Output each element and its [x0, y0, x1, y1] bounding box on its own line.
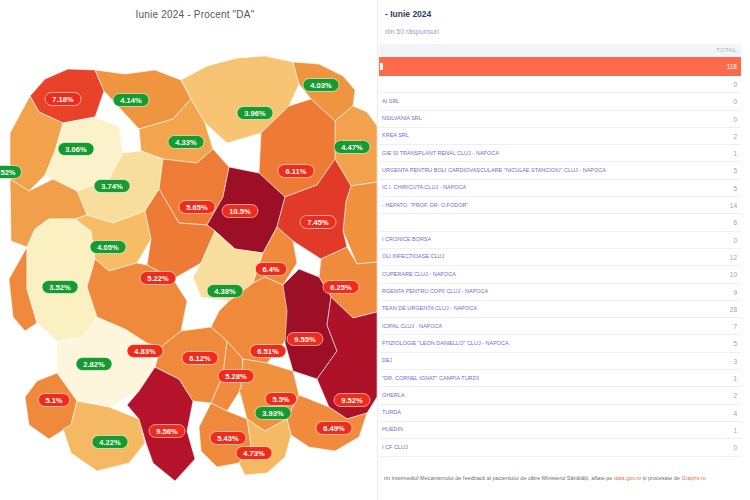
badge-5.65%: 5.65% — [179, 201, 215, 214]
table-row: OLI INFECTIOASE CLUJ12 — [379, 249, 741, 266]
badge-6.12%: 6.12% — [182, 352, 218, 365]
table-row: URGENTA PENTRU BOLI CARDIOVASCULARE "NIC… — [379, 162, 741, 179]
table-row: CUPERARE CLUJ - NAPOCA10 — [379, 266, 741, 283]
table-row: GIE SI TRANSPLANT RENAL CLUJ - NAPOCA1 — [379, 145, 741, 162]
hospital-link[interactable]: "DR. CORNEL IGNAT" CAMPIA TURZII — [382, 375, 479, 381]
badge-7.45%: 7.45% — [300, 216, 336, 229]
badge-label: 7.45% — [307, 218, 329, 227]
hospital-link[interactable]: ICIPAL CLUJ - NAPOCA — [382, 323, 442, 329]
table-row: DEJ3 — [379, 353, 741, 370]
badge-label: 6.49% — [323, 424, 345, 433]
badge-label: 3.93% — [262, 409, 284, 418]
hospital-link[interactable]: TEAN DE URGENTA CLUJ - NAPOCA — [382, 305, 477, 311]
row-total: 7 — [733, 323, 737, 330]
hospital-link[interactable]: CUPERARE CLUJ - NAPOCA — [382, 271, 456, 277]
hospital-link[interactable]: I CRONICE BORSA — [382, 236, 431, 242]
hospital-link[interactable]: RGENTA PENTRU COPII CLUJ - NAPOCA — [382, 288, 488, 294]
row-total: 5 — [733, 167, 737, 174]
badge-5.28%: 5.28% — [218, 370, 254, 383]
hospital-link[interactable]: - HEPATO. "PROF. DR. O.FODOR" — [382, 202, 468, 208]
hospital-link[interactable]: AI SRL — [382, 98, 399, 104]
hospital-link[interactable]: GHERLA — [382, 392, 405, 398]
badge-label: 5.22% — [147, 274, 169, 283]
badge-label: 2.82% — [83, 360, 105, 369]
report-panel: - Iunie 2024 din 50 răspunsuri TOTAL 118… — [377, 0, 750, 500]
badge-5.5%: 5.5% — [265, 393, 296, 406]
row-total: 4 — [733, 410, 737, 417]
hospital-link[interactable]: DEJ — [382, 357, 392, 363]
badge-4.22%: 4.22% — [92, 436, 128, 449]
county-arad[interactable] — [27, 219, 97, 341]
hospital-link[interactable]: KREA SRL — [382, 132, 409, 138]
table-row: TEAN DE URGENTA CLUJ - NAPOCA28 — [379, 301, 741, 318]
row-total: 14 — [730, 202, 737, 209]
badge-6.11%: 6.11% — [278, 165, 314, 178]
badge-label: 4.05% — [97, 243, 119, 252]
row-total: 1 — [733, 375, 737, 382]
badge-3.52%: 3.52% — [42, 281, 78, 294]
hospital-link[interactable]: URGENTA PENTRU BOLI CARDIOVASCULARE "NIC… — [382, 167, 606, 173]
table-row: ICIPAL CLUJ - NAPOCA7 — [379, 318, 741, 335]
badge-6.25%: 6.25% — [323, 281, 359, 294]
table-row: 6 — [379, 214, 741, 231]
table-row: "DR. CORNEL IGNAT" CAMPIA TURZII1 — [379, 370, 741, 387]
table-row: I CF CLUJ0 — [379, 439, 741, 456]
badge-label: 4.03% — [310, 81, 332, 90]
badge-52%: 52% — [0, 166, 21, 179]
graphs-link[interactable]: Graphs.ro — [681, 475, 705, 481]
badge-label: 52% — [0, 168, 15, 177]
row-total: 10 — [730, 271, 737, 278]
badge-3.74%: 3.74% — [94, 180, 130, 193]
badge-2.82%: 2.82% — [76, 358, 112, 371]
badge-4.33%: 4.33% — [168, 136, 204, 149]
panel-title: - Iunie 2024 — [385, 9, 431, 19]
row-total: 0 — [733, 81, 737, 88]
badge-label: 6.4% — [262, 265, 279, 274]
hospital-link[interactable]: GIE SI TRANSPLANT RENAL CLUJ - NAPOCA — [382, 150, 499, 156]
table-row: TURDA4 — [379, 405, 741, 422]
table-row: IC I. CHIRICUTA CLUJ - NAPOCA5 — [379, 180, 741, 197]
badge-10.5%: 10.5% — [222, 205, 258, 218]
highlight-row-total: 118 — [727, 63, 737, 70]
badge-9.56%: 9.56% — [149, 425, 185, 438]
hospital-link[interactable]: IC I. CHIRICUTA CLUJ - NAPOCA — [382, 184, 466, 190]
hospital-link[interactable]: I CF CLUJ — [382, 444, 408, 450]
badge-label: 3.74% — [101, 182, 123, 191]
footer-text-mid: și procesate de — [641, 475, 681, 481]
badge-5.1%: 5.1% — [38, 394, 69, 407]
row-total: 0 — [733, 98, 737, 105]
panel-subtitle: din 50 răspunsuri — [385, 28, 439, 35]
badge-3.96%: 3.96% — [237, 107, 273, 120]
badge-label: 9.52% — [341, 396, 363, 405]
badge-4.38%: 4.38% — [207, 285, 243, 298]
badge-label: 6.11% — [286, 167, 307, 176]
table-header: TOTAL — [379, 44, 741, 57]
highlight-row-label-fragment — [380, 63, 383, 70]
row-total: 5 — [733, 340, 737, 347]
table-row: NSILVANIA SRL0 — [379, 111, 741, 128]
badge-3.93%: 3.93% — [255, 407, 291, 420]
badge-6.49%: 6.49% — [316, 422, 352, 435]
hospital-link[interactable]: TURDA — [382, 409, 401, 415]
badge-label: 4.14% — [120, 96, 142, 105]
row-total: 0 — [733, 237, 737, 244]
data-gov-link[interactable]: data.gov.ro — [614, 475, 641, 481]
badge-5.43%: 5.43% — [210, 432, 246, 445]
badge-6.4%: 6.4% — [255, 263, 286, 276]
total-column-header: TOTAL — [716, 47, 737, 53]
row-total: 2 — [733, 392, 737, 399]
hospital-link[interactable]: OLI INFECTIOASE CLUJ — [382, 253, 444, 259]
footer-note: rin intermediul Mecanismului de feedback… — [384, 475, 742, 481]
table-body: 0AI SRL0NSILVANIA SRL0KREA SRL2GIE SI TR… — [379, 76, 741, 457]
badge-4.47%: 4.47% — [334, 141, 370, 154]
badge-label: 4.38% — [214, 287, 236, 296]
highlight-row[interactable]: 118 — [379, 57, 741, 76]
hospital-link[interactable]: NSILVANIA SRL — [382, 115, 422, 121]
badge-4.83%: 4.83% — [127, 345, 163, 358]
row-total: 1 — [733, 427, 737, 434]
badge-label: 5.43% — [217, 434, 239, 443]
hospital-link[interactable]: HUEDIN — [382, 426, 403, 432]
hospital-link[interactable]: FTIZIOLOGIE "LEON DANIELLO" CLUJ - NAPOC… — [382, 340, 509, 346]
badge-label: 3.06% — [65, 145, 87, 154]
table-row: KREA SRL2 — [379, 128, 741, 145]
